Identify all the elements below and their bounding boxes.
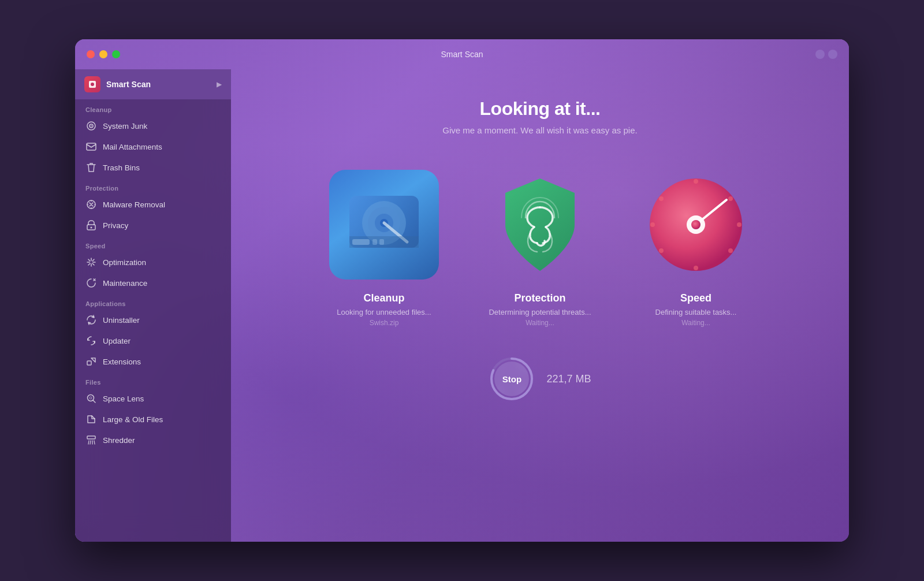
malware-removal-label: Malware Removal <box>103 200 165 209</box>
large-files-icon <box>85 414 97 425</box>
svg-point-37 <box>694 179 698 184</box>
large-old-files-label: Large & Old Files <box>103 415 163 424</box>
sidebar-item-mail-attachments[interactable]: Mail Attachments <box>75 136 231 157</box>
privacy-label: Privacy <box>103 221 128 230</box>
sidebar: Smart Scan ▶ Cleanup System Junk <box>75 69 231 542</box>
svg-rect-33 <box>352 239 370 245</box>
close-button[interactable] <box>87 50 95 58</box>
speed-card-status: Defining suitable tasks... <box>655 308 737 316</box>
sidebar-item-smart-scan[interactable]: Smart Scan ▶ <box>75 69 231 99</box>
control-dot-1[interactable] <box>815 50 825 59</box>
mail-attachments-label: Mail Attachments <box>103 143 162 151</box>
updater-label: Updater <box>103 337 131 345</box>
sidebar-item-system-junk[interactable]: System Junk <box>75 116 231 136</box>
malware-icon <box>85 199 97 210</box>
extensions-label: Extensions <box>103 357 141 366</box>
minimize-button[interactable] <box>99 50 107 58</box>
svg-rect-5 <box>87 143 96 150</box>
cleanup-card-title: Cleanup <box>363 292 404 304</box>
speed-card-icon <box>641 170 751 280</box>
main-area: Smart Scan ▶ Cleanup System Junk <box>75 69 849 542</box>
svg-point-44 <box>659 196 664 201</box>
sidebar-item-trash-bins[interactable]: Trash Bins <box>75 157 231 178</box>
window-controls-right <box>815 50 837 59</box>
sidebar-item-optimization[interactable]: Optimization <box>75 252 231 273</box>
sidebar-item-privacy[interactable]: Privacy <box>75 215 231 236</box>
mail-icon <box>85 141 97 152</box>
svg-point-38 <box>728 196 733 201</box>
section-label-cleanup: Cleanup <box>75 99 231 116</box>
optimization-label: Optimization <box>103 258 146 267</box>
protection-card-detail: Waiting... <box>526 319 554 327</box>
svg-line-14 <box>92 263 94 265</box>
window-title: Smart Scan <box>441 50 483 59</box>
stop-button-area: Stop 221,7 MB <box>489 356 591 402</box>
maintenance-icon <box>85 277 97 289</box>
sidebar-item-updater[interactable]: Updater <box>75 330 231 351</box>
sidebar-item-large-old-files[interactable]: Large & Old Files <box>75 409 231 430</box>
card-cleanup: Cleanup Looking for unneeded files... Sw… <box>321 170 448 327</box>
cleanup-card-icon <box>329 170 439 280</box>
svg-line-15 <box>92 259 94 261</box>
updater-icon <box>85 335 97 347</box>
svg-line-16 <box>88 263 90 265</box>
shredder-label: Shredder <box>103 436 135 445</box>
section-label-protection: Protection <box>75 178 231 194</box>
svg-point-4 <box>91 125 92 126</box>
sidebar-item-malware-removal[interactable]: Malware Removal <box>75 194 231 215</box>
card-speed: Speed Defining suitable tasks... Waiting… <box>632 170 759 327</box>
content-heading: Looking at it... <box>480 98 601 120</box>
svg-point-1 <box>91 83 94 86</box>
maintenance-label: Maintenance <box>103 279 147 288</box>
cards-row: Cleanup Looking for unneeded files... Sw… <box>321 170 759 327</box>
svg-point-20 <box>90 397 92 399</box>
maximize-button[interactable] <box>112 50 120 58</box>
sidebar-item-space-lens[interactable]: Space Lens <box>75 388 231 409</box>
privacy-icon <box>85 219 97 231</box>
uninstaller-label: Uninstaller <box>103 316 140 325</box>
svg-point-43 <box>650 222 655 227</box>
control-dot-2[interactable] <box>828 50 837 59</box>
svg-line-19 <box>93 400 95 403</box>
smart-scan-icon <box>84 76 100 92</box>
sidebar-item-extensions[interactable]: Extensions <box>75 351 231 372</box>
cleanup-card-status: Looking for unneeded files... <box>337 308 431 316</box>
sidebar-item-uninstaller[interactable]: Uninstaller <box>75 310 231 330</box>
speed-card-title: Speed <box>680 292 711 304</box>
space-lens-label: Space Lens <box>103 394 144 403</box>
trash-bins-label: Trash Bins <box>103 163 140 172</box>
optimization-icon <box>85 256 97 268</box>
svg-rect-35 <box>379 239 384 245</box>
sidebar-item-shredder[interactable]: Shredder <box>75 430 231 450</box>
traffic-lights <box>87 50 120 58</box>
system-junk-label: System Junk <box>103 122 147 131</box>
content-area: Looking at it... Give me a moment. We al… <box>231 69 849 542</box>
stop-ring: Stop <box>489 356 535 402</box>
shredder-icon <box>85 434 97 446</box>
svg-point-39 <box>737 222 742 227</box>
section-label-files: Files <box>75 372 231 388</box>
svg-point-42 <box>659 248 664 253</box>
protection-card-title: Protection <box>514 292 565 304</box>
sidebar-item-maintenance[interactable]: Maintenance <box>75 273 231 293</box>
system-junk-icon <box>85 120 97 132</box>
content-subheading: Give me a moment. We all wish it was eas… <box>442 125 637 135</box>
speed-card-detail: Waiting... <box>681 319 710 327</box>
svg-point-40 <box>728 248 733 253</box>
svg-rect-17 <box>87 361 91 365</box>
svg-rect-34 <box>372 239 377 245</box>
svg-line-13 <box>88 259 90 261</box>
svg-line-25 <box>94 441 95 444</box>
titlebar: Smart Scan <box>75 39 849 69</box>
smart-scan-arrow: ▶ <box>217 80 222 88</box>
section-label-speed: Speed <box>75 236 231 252</box>
cleanup-card-detail: Swish.zip <box>370 319 399 327</box>
svg-line-22 <box>88 441 89 444</box>
main-window: Smart Scan Smart Scan ▶ Cleanup <box>75 39 849 542</box>
mb-count: 221,7 MB <box>546 373 591 385</box>
section-label-applications: Applications <box>75 293 231 310</box>
protection-card-status: Determining potential threats... <box>489 308 591 316</box>
svg-point-41 <box>694 266 698 270</box>
svg-rect-21 <box>87 436 95 439</box>
uninstaller-icon <box>85 314 97 326</box>
